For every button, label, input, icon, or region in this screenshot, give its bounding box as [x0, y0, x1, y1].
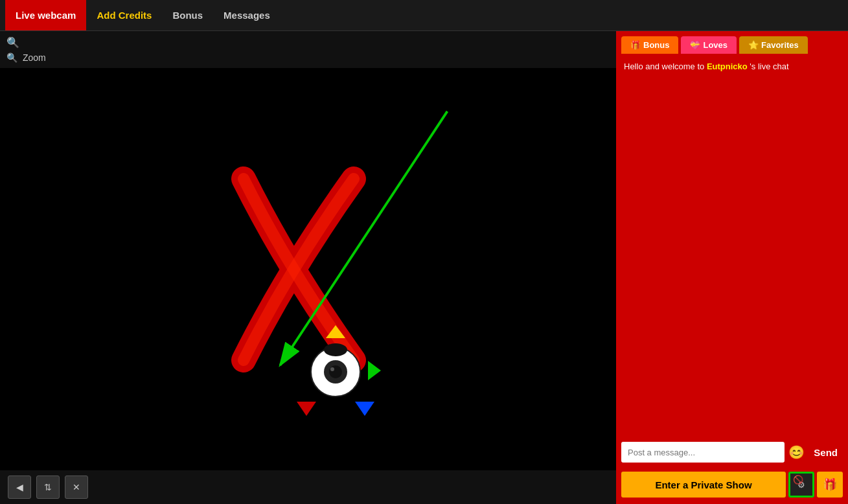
webcam-panel: 🔍 🔍 Zoom [0, 31, 616, 504]
chat-messages[interactable] [616, 80, 848, 437]
nav-live-webcam[interactable]: Live webcam [5, 0, 86, 30]
webcam-icon-box [290, 325, 381, 418]
chat-message-input[interactable] [621, 442, 785, 463]
cam-settings-button[interactable]: ⚙ 🚫 [788, 472, 814, 498]
webcam-toolbar: 🔍 🔍 Zoom [0, 31, 616, 68]
cam-slash-icon: 🚫 [793, 475, 803, 485]
svg-marker-2 [368, 361, 381, 380]
nav-bonus[interactable]: Bonus [162, 0, 213, 30]
loves-icon: 💝 [690, 40, 700, 50]
chat-welcome: Hello and welcome to Eutpnicko 's live c… [616, 54, 848, 80]
welcome-pre: Hello and welcome to [624, 62, 707, 71]
private-show-row: Enter a Private Show ⚙ 🚫 🎁 [616, 468, 848, 504]
chat-panel: 🎁 Bonus 💝 Loves ⭐ Favorites Hello and we… [616, 31, 848, 504]
gift-icon: 🎁 [823, 477, 837, 492]
back-icon: ◀ [16, 482, 23, 492]
back-button[interactable]: ◀ [8, 475, 31, 499]
svg-marker-1 [326, 325, 345, 338]
bonus-icon: 🎁 [630, 40, 641, 50]
favorites-tab-label: Favorites [761, 40, 799, 50]
bonus-tab-label: Bonus [643, 40, 669, 50]
zoom-control[interactable]: 🔍 Zoom [6, 52, 610, 63]
emoji-button[interactable]: 😊 [788, 444, 805, 460]
close-icon: ✕ [73, 482, 80, 492]
svg-point-6 [324, 343, 347, 356]
chat-username: Eutpnicko [707, 62, 748, 71]
chat-tabs: 🎁 Bonus 💝 Loves ⭐ Favorites [616, 31, 848, 54]
zoom-icon: 🔍 [6, 52, 17, 63]
close-button[interactable]: ✕ [65, 475, 88, 499]
webcam-video [0, 68, 616, 470]
settings-button[interactable]: ⇅ [36, 475, 60, 499]
bottom-controls: ◀ ⇅ ✕ [0, 470, 616, 504]
top-nav: Live webcam Add Credits Bonus Messages [0, 0, 848, 31]
svg-point-8 [329, 365, 342, 378]
private-show-button[interactable]: Enter a Private Show [621, 472, 786, 498]
loves-tab-label: Loves [703, 40, 728, 50]
send-button[interactable]: Send [808, 444, 843, 461]
nav-messages[interactable]: Messages [213, 0, 281, 30]
chat-input-area: 😊 Send [616, 437, 848, 468]
welcome-post: 's live chat [748, 62, 789, 71]
svg-point-9 [330, 367, 334, 371]
nav-add-credits[interactable]: Add Credits [86, 0, 162, 30]
zoom-label: Zoom [23, 52, 46, 63]
tab-favorites[interactable]: ⭐ Favorites [739, 36, 808, 54]
search-icon[interactable]: 🔍 [6, 36, 19, 49]
gift-button[interactable]: 🎁 [817, 472, 843, 498]
tab-loves[interactable]: 💝 Loves [681, 36, 737, 54]
svg-marker-3 [297, 402, 316, 416]
settings-icon: ⇅ [44, 482, 52, 492]
main-area: 🔍 🔍 Zoom [0, 31, 848, 504]
tab-bonus[interactable]: 🎁 Bonus [621, 36, 678, 54]
svg-marker-4 [355, 402, 374, 416]
favorites-icon: ⭐ [748, 40, 759, 50]
